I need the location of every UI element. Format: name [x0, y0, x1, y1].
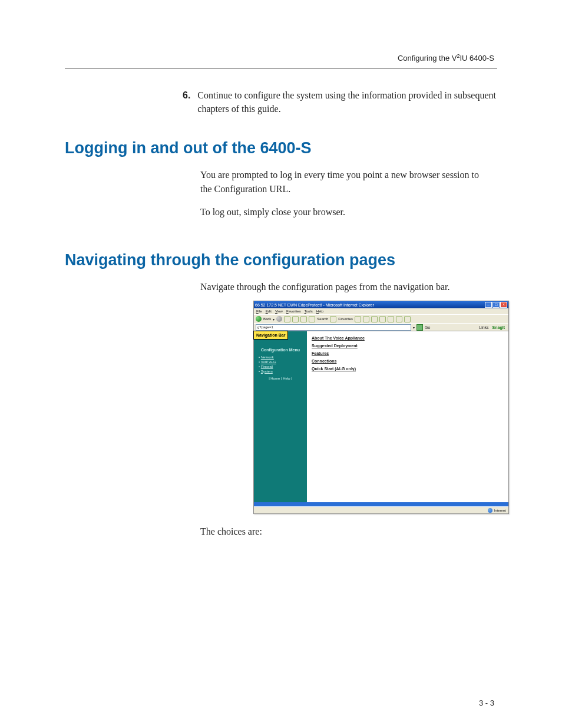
page-number: 3 - 3: [479, 699, 494, 707]
address-bar: g?page=1 ▾ Go Links SnagIt: [254, 323, 508, 331]
close-icon[interactable]: ×: [500, 302, 507, 308]
sidebar-item-voip[interactable]: VoIP ALG: [261, 360, 276, 364]
snagit-label: SnagIt: [492, 325, 505, 330]
sidebar-item-network[interactable]: Network: [261, 355, 274, 359]
sidebar-item-system[interactable]: System: [261, 370, 273, 373]
link-features[interactable]: Features: [312, 351, 504, 355]
section-heading-nav: Navigating through the configuration pag…: [65, 251, 497, 269]
favorites-icon[interactable]: [330, 316, 336, 322]
nav-para-2: The choices are:: [200, 525, 491, 538]
menu-help[interactable]: Help: [316, 309, 323, 313]
home-icon[interactable]: [300, 316, 307, 322]
extra2-icon[interactable]: [396, 316, 402, 322]
extra1-icon[interactable]: [388, 316, 394, 322]
go-button[interactable]: [416, 324, 423, 331]
link-about[interactable]: About The Voice Appliance: [312, 336, 504, 340]
status-zone-label: Internet: [494, 509, 506, 512]
running-header: Configuring the V2IU 6400-S: [398, 53, 494, 62]
step-text: Continue to configure the system using t…: [197, 88, 497, 116]
menu-file[interactable]: File: [256, 309, 262, 313]
titlebar: 66.52.172.5 NET EWN EdgeProtect! - Micro…: [254, 301, 508, 308]
internet-zone-icon: [488, 508, 492, 513]
navbar-callout: Navigation Bar: [253, 331, 288, 340]
menu-view[interactable]: View: [275, 309, 283, 313]
favorites-label: Favorites: [338, 317, 353, 321]
login-para-2: To log out, simply close your browser.: [200, 205, 491, 219]
sidebar-item-firewall[interactable]: Firewall: [261, 365, 273, 368]
step-number: 6.: [183, 88, 190, 116]
mail-icon[interactable]: [363, 316, 369, 322]
main-content: About The Voice Appliance Suggested Depl…: [307, 331, 508, 502]
menu-favorites[interactable]: Favorites: [286, 309, 301, 313]
print-icon[interactable]: [371, 316, 378, 322]
back-icon[interactable]: [256, 316, 262, 322]
maximize-icon[interactable]: □: [492, 302, 500, 308]
menubar: File Edit View Favorites Tools Help: [254, 308, 508, 314]
menu-edit[interactable]: Edit: [266, 309, 272, 313]
login-para-1: You are prompted to log in every time yo…: [200, 168, 491, 195]
bottom-blue-bar: [254, 502, 508, 506]
nav-para-1: Navigate through the configuration pages…: [200, 280, 491, 294]
menu-tools[interactable]: Tools: [305, 309, 313, 313]
sidebar-title: Configuration Menu: [256, 348, 305, 353]
section-heading-login: Logging in and out of the 6400-S: [65, 139, 497, 157]
toolbar: Back ▾ Search Favorites: [254, 314, 508, 323]
status-bar: Internet: [254, 506, 508, 513]
numbered-step: 6. Continue to configure the system usin…: [183, 88, 497, 116]
header-rule: [65, 68, 497, 69]
forward-icon[interactable]: [276, 316, 282, 322]
back-label: Back: [263, 317, 271, 321]
extra3-icon[interactable]: [404, 316, 411, 322]
refresh-icon[interactable]: [292, 316, 299, 322]
minimize-icon[interactable]: –: [485, 302, 492, 308]
links-label: Links: [479, 325, 488, 330]
browser-screenshot: 66.52.172.5 NET EWN EdgeProtect! - Micro…: [253, 301, 509, 514]
sidebar-footer-links[interactable]: | Home | Help |: [256, 377, 305, 380]
go-label: Go: [425, 325, 430, 330]
search-label: Search: [317, 317, 328, 321]
edit-icon[interactable]: [379, 316, 386, 322]
sidebar-nav: Navigation Bar Configuration Menu Networ…: [254, 331, 307, 502]
link-deploy[interactable]: Suggested Deployment: [312, 344, 504, 348]
history-icon[interactable]: [355, 316, 361, 322]
address-input[interactable]: g?page=1: [256, 324, 411, 331]
window-title: 66.52.172.5 NET EWN EdgeProtect! - Micro…: [255, 303, 374, 307]
link-connections[interactable]: Connections: [312, 359, 504, 363]
link-quickstart[interactable]: Quick Start (ALG only): [312, 367, 504, 371]
search-icon[interactable]: [309, 316, 315, 322]
stop-icon[interactable]: [284, 316, 290, 322]
